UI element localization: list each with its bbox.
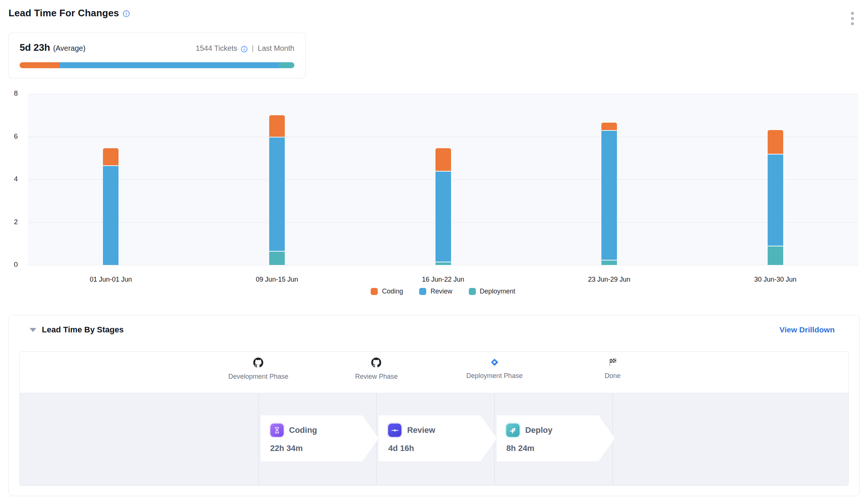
x-axis-tick-label: 01 Jun-01 Jun [90,276,132,283]
milestone-done: Done [605,358,621,380]
x-axis-tick-label: 16 Jun-22 Jun [422,276,464,283]
x-axis-tick-label: 09 Jun-15 Jun [256,276,298,283]
milestone-label: Done [605,372,621,380]
hourglass-icon [270,424,284,437]
bar-segment-review[interactable] [601,131,617,259]
stage-card-header: Review [388,424,487,437]
bar-segment-coding[interactable] [601,123,617,130]
milestone-label: Review Phase [355,373,398,381]
stages-section: Lead Time By Stages View Drilldown Devel… [9,315,859,496]
gridline-y6 [28,137,858,137]
milestone-label: Development Phase [228,373,288,381]
separator: | [252,44,254,53]
kebab-menu-icon[interactable] [848,10,857,27]
period-label: Last Month [258,44,294,53]
stage-card-header: Deploy [506,424,605,437]
x-axis-tick-label: 23 Jun-29 Jun [588,276,630,283]
page-title: Lead Time For Changes [9,7,119,19]
bar-segment-deployment[interactable] [768,246,783,265]
git-commit-icon [388,424,401,437]
github-icon [371,358,381,369]
bar-segment-coding[interactable] [269,115,285,137]
bar-segment-deployment[interactable] [269,252,285,265]
chart-legend: CodingReviewDeployment [28,288,858,295]
bar-segment-coding[interactable] [768,130,783,154]
stage-duration: 8h 24m [506,444,605,453]
chart-plot [28,94,858,265]
distribution-segment-review [60,62,278,68]
collapse-arrow-icon[interactable] [30,328,36,332]
stage-card-header: Coding [270,424,369,437]
widget-header: Lead Time For Changes [9,7,857,27]
bar-segment-deployment[interactable] [435,262,451,265]
milestone-review-phase: Review Phase [355,358,398,381]
title-info-icon[interactable] [123,10,130,17]
bar-segment-deployment[interactable] [601,261,617,265]
milestone-development-phase: Development Phase [228,358,288,381]
gridline-y8 [28,94,858,94]
view-drilldown-link[interactable]: View Drilldown [779,325,835,334]
legend-item-review[interactable]: Review [419,288,452,295]
stage-title: Deploy [525,425,552,435]
bar-segment-review[interactable] [435,172,451,262]
distribution-segment-deployment [279,62,294,68]
rocket-icon [506,424,520,437]
summary-card: 5d 23h(Average) 1544 Tickets | Last Mont… [9,33,306,78]
distribution-bar [20,62,294,68]
legend-label: Deployment [480,288,515,295]
legend-swatch-icon [469,288,476,295]
lead-time-widget: Lead Time For Changes 5d 23h(Average) 15… [0,0,868,501]
bar-09-Jun-15-Jun[interactable] [269,115,285,265]
y-axis-tick-label: 4 [6,175,18,183]
bar-segment-coding[interactable] [435,148,451,171]
legend-label: Review [430,288,452,295]
gridline-y0 [28,265,858,265]
y-axis-tick-label: 2 [6,218,18,226]
average-lead-time: 5d 23h(Average) [20,42,86,53]
milestone-label: Deployment Phase [466,372,523,380]
stages-body: Coding22h 34mReview4d 16hDeploy8h 24m [20,393,848,485]
bar-segment-review[interactable] [768,155,783,246]
y-axis-tick-label: 0 [6,261,18,269]
stage-title: Review [407,425,435,435]
stage-card-deploy[interactable]: Deploy8h 24m [497,415,615,461]
tickets-info-icon[interactable] [241,46,248,53]
bar-23-Jun-29-Jun[interactable] [601,123,617,265]
legend-swatch-icon [419,288,426,295]
github-icon [253,358,263,369]
legend-swatch-icon [371,288,378,295]
milestone-deployment-phase: Deployment Phase [466,358,523,380]
average-label: (Average) [53,44,85,52]
x-axis-tick-label: 30 Jun-30 Jun [754,276,797,283]
distribution-segment-coding [20,62,60,68]
stage-duration: 22h 34m [270,444,369,453]
stage-divider [258,393,259,485]
bar-30-Jun-30-Jun[interactable] [768,130,783,265]
stage-title: Coding [289,425,317,435]
stages-collapse-toggle[interactable]: Lead Time By Stages [30,325,124,335]
stages-header-row: Development PhaseReview PhaseDeployment … [20,352,848,393]
stage-duration: 4d 16h [388,444,487,453]
finish-flag-icon [608,358,617,368]
y-axis-tick-label: 6 [6,132,18,140]
y-axis-tick-label: 8 [6,89,18,97]
bar-segment-review[interactable] [103,166,118,265]
bar-01-Jun-01-Jun[interactable] [103,148,118,265]
average-value: 5d 23h [20,42,50,53]
bar-16-Jun-22-Jun[interactable] [435,148,451,265]
legend-item-coding[interactable]: Coding [371,288,403,295]
stages-title: Lead Time By Stages [42,325,124,335]
jira-icon [490,358,499,368]
stages-table: Development PhaseReview PhaseDeployment … [19,351,849,486]
tickets-count: 1544 Tickets [196,44,237,53]
stage-card-review[interactable]: Review4d 16h [378,415,497,461]
legend-item-deployment[interactable]: Deployment [469,288,515,295]
legend-label: Coding [382,288,403,295]
bar-segment-review[interactable] [269,137,285,251]
stage-card-coding[interactable]: Coding22h 34m [261,415,379,461]
bar-segment-coding[interactable] [103,148,118,165]
stages-header: Lead Time By Stages View Drilldown [30,325,835,335]
